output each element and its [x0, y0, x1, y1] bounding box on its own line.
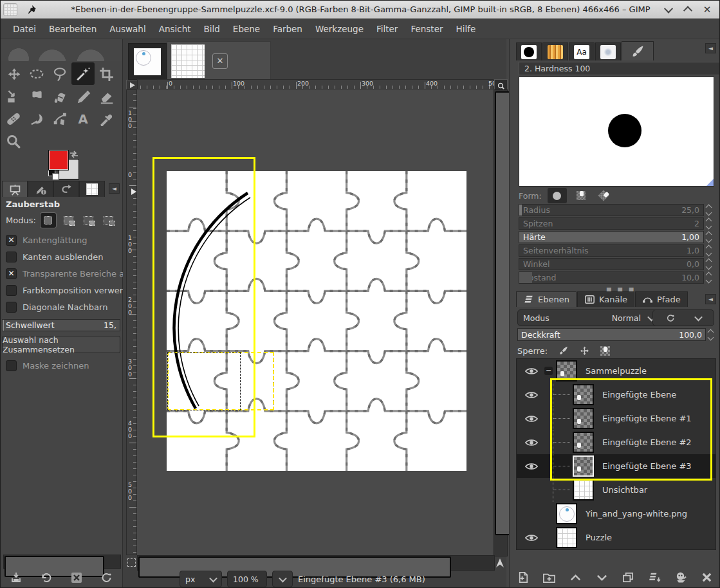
tab-undo-history[interactable]	[53, 181, 79, 197]
tool-zoom[interactable]	[2, 130, 25, 152]
option-row-2[interactable]: ✕Transparente Bereiche auswäl	[1, 265, 122, 282]
raise-layer-button[interactable]	[566, 569, 586, 585]
tool-options-scrollbar[interactable]	[3, 555, 121, 569]
tab-paths[interactable]: Pfade	[635, 291, 688, 307]
brush-slider-spitzen[interactable]: Spitzen2	[519, 217, 704, 230]
option-row-4[interactable]: Diagonale Nachbarn	[1, 299, 122, 315]
visibility-eye-icon[interactable]	[524, 390, 539, 400]
checkbox[interactable]: ✕	[6, 235, 17, 246]
brush-preview[interactable]	[519, 77, 714, 187]
merge-layer-button[interactable]	[645, 569, 664, 585]
new-layer-button[interactable]	[513, 569, 533, 585]
slider-spinner[interactable]	[704, 205, 713, 215]
anchor-layer-button[interactable]	[671, 569, 690, 585]
tab-fonts[interactable]: Aa	[569, 42, 595, 60]
duplicate-layer-button[interactable]	[618, 569, 638, 585]
mode-subtract-button[interactable]	[80, 213, 96, 228]
opacity-slider[interactable]: Deckkraft 100,0	[517, 328, 706, 341]
layer-mode-dropdown[interactable]: Modus Normal	[517, 309, 660, 326]
slider-spinner[interactable]	[704, 232, 713, 242]
menu-fenster[interactable]: Fenster	[405, 21, 448, 37]
checkbox[interactable]: ✕	[6, 268, 17, 279]
tab-channels[interactable]: Kanäle	[577, 291, 634, 307]
menu-hilfe[interactable]: Hilfe	[450, 21, 482, 37]
menu-bearbeiten[interactable]: Bearbeiten	[43, 21, 102, 37]
visibility-eye-icon[interactable]	[524, 367, 539, 376]
layer-mode-extra-buttons[interactable]	[652, 309, 714, 326]
unit-dropdown[interactable]: px	[180, 571, 222, 587]
brush-slider-seitenverhältnis[interactable]: Seitenverhältnis1,0	[519, 244, 704, 257]
tool-text[interactable]: A	[71, 107, 95, 130]
close-button[interactable]: ✕	[697, 3, 717, 17]
tool-eraser[interactable]	[95, 85, 118, 107]
brush-slider-radius[interactable]: Radius25,0	[519, 204, 704, 216]
slider-spinner[interactable]	[704, 273, 713, 282]
lock-alpha-icon[interactable]	[600, 346, 610, 356]
quick-mask-toggle[interactable]	[126, 555, 137, 569]
visibility-toggle[interactable]	[523, 462, 540, 471]
tool-ellipse-select[interactable]	[25, 62, 48, 85]
tool-warp-transform[interactable]	[25, 85, 48, 107]
shape-square-button[interactable]	[573, 188, 589, 203]
lock-pixels-icon[interactable]	[558, 345, 569, 356]
canvas-viewport[interactable]	[137, 89, 494, 555]
lock-position-icon[interactable]	[579, 345, 590, 356]
canvas-hscrollbar[interactable]	[137, 555, 495, 571]
threshold-slider[interactable]: Schwellwert 15,	[2, 319, 120, 331]
new-group-button[interactable]	[540, 569, 559, 585]
tool-fuzzy-select[interactable]	[71, 62, 95, 85]
title-bar[interactable]: *Ebenen-in-der-Ebenengruppe-Sammelpuzzle…	[1, 1, 720, 19]
option-row-3[interactable]: Farbkomposition verwenden	[1, 282, 122, 299]
reset-tool-options-button[interactable]	[100, 571, 113, 584]
tool-unified-transform[interactable]	[2, 85, 25, 107]
restore-tool-preset-button[interactable]	[40, 571, 53, 584]
tool-bucket-fill[interactable]	[48, 85, 71, 107]
tab-patterns[interactable]	[542, 42, 568, 60]
slider-spinner[interactable]	[704, 219, 713, 228]
brush-slider-abstand[interactable]: Abstand10,0	[519, 271, 704, 284]
slider-spinner[interactable]	[704, 259, 713, 269]
group-expander[interactable]: −	[544, 367, 553, 375]
menu-farben[interactable]: Farben	[267, 21, 308, 37]
draw-mask-checkbox-row[interactable]: Maske zeichnen	[1, 357, 122, 374]
horizontal-ruler[interactable]: 010020030040050	[137, 79, 494, 89]
visibility-eye-icon[interactable]	[524, 414, 539, 423]
compose-selection-button[interactable]: Auswahl nach Zusammensetzen	[2, 336, 120, 353]
visibility-eye-icon[interactable]	[524, 533, 539, 542]
tab-image-thumbnail[interactable]	[79, 181, 105, 197]
checkbox[interactable]	[6, 252, 17, 262]
tool-move[interactable]	[2, 62, 25, 85]
toolbox-dock-menu-button[interactable]: ◄	[109, 183, 120, 194]
mode-intersect-button[interactable]	[101, 213, 116, 228]
close-image-icon[interactable]: ✕	[212, 53, 228, 69]
shape-circle-button[interactable]	[548, 188, 567, 203]
maximize-button[interactable]	[678, 3, 697, 17]
brush-slider-härte[interactable]: Härte1,00	[519, 231, 704, 243]
tab-layers[interactable]: Ebenen	[516, 291, 577, 307]
slider-spinner[interactable]	[704, 246, 713, 255]
minimize-button[interactable]	[659, 3, 678, 17]
visibility-toggle[interactable]	[523, 438, 540, 447]
tool-free-select[interactable]	[48, 62, 71, 85]
tab-brush-editor-active[interactable]	[622, 41, 654, 60]
menu-bild[interactable]: Bild	[198, 21, 226, 37]
right-dock-menu-button[interactable]: ◄	[705, 43, 716, 53]
brush-slider-winkel[interactable]: Winkel0,0	[519, 258, 704, 270]
tool-paths[interactable]	[48, 107, 71, 130]
option-row-0[interactable]: ✕Kantenglättung	[1, 232, 122, 248]
layer-row-unsichtbar[interactable]: Unsichtbar	[517, 478, 715, 502]
layer-row-puzzle[interactable]: Puzzle	[517, 526, 715, 549]
checkbox[interactable]	[6, 302, 17, 313]
shape-diamond-button[interactable]	[595, 188, 612, 203]
save-tool-preset-button[interactable]	[10, 571, 23, 584]
tool-smudge[interactable]	[25, 107, 48, 130]
visibility-toggle[interactable]	[523, 533, 540, 542]
menu-ansicht[interactable]: Ansicht	[153, 21, 197, 37]
delete-layer-button[interactable]	[697, 569, 717, 585]
tool-color-picker[interactable]	[95, 107, 118, 130]
vertical-ruler[interactable]: 1000100200300400500	[126, 89, 137, 555]
swap-colors-icon[interactable]	[69, 150, 79, 159]
navigation-button[interactable]	[494, 555, 506, 571]
menu-ebene[interactable]: Ebene	[227, 21, 266, 37]
tool-crop[interactable]	[95, 62, 118, 85]
